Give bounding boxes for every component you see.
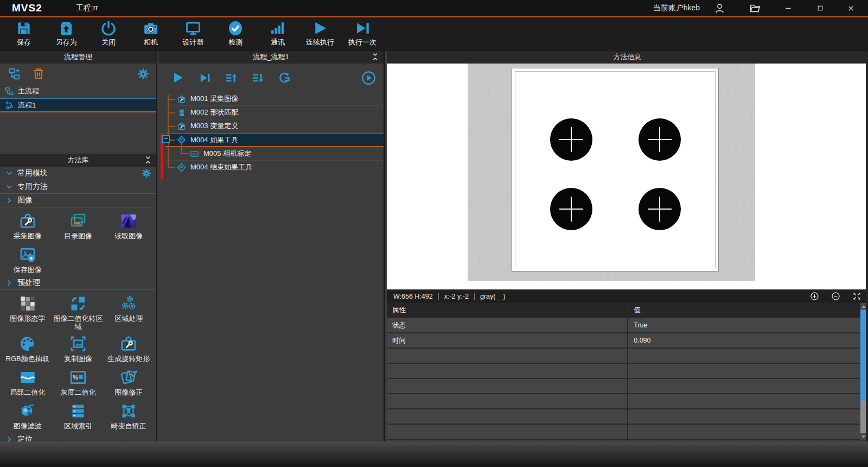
flow-step-row[interactable]: M003 变量定义: [165, 119, 384, 133]
play-once-icon[interactable]: [199, 72, 211, 84]
image-viewer[interactable]: [387, 64, 866, 289]
flow-step-row[interactable]: M001 采集图像: [165, 92, 384, 106]
property-table-row[interactable]: [387, 394, 860, 409]
flow-step-list: M001 采集图像M002 形状匹配M003 变量定义IFM004 如果工具(X…: [158, 92, 384, 174]
toolbar-button-monitor[interactable]: 设计器: [178, 20, 208, 47]
play-icon[interactable]: [171, 71, 184, 84]
value-cell: [628, 409, 860, 424]
trash-icon[interactable]: [32, 67, 45, 80]
main-toolbar: 保存另存为关闭相机设计器检测通讯连续执行执行一次: [0, 17, 868, 51]
library-tool-tile[interactable]: 图像二值化转区域: [53, 292, 103, 331]
flow-step-row[interactable]: (X)M005 相机标定: [165, 147, 384, 161]
value-cell: [628, 379, 860, 393]
toolbar-button-play-once[interactable]: 执行一次: [347, 20, 378, 47]
flow-step-row[interactable]: IFM004 如果工具: [165, 133, 384, 147]
circle-play-icon[interactable]: [361, 71, 376, 85]
flow-step-label: M002 形状匹配: [190, 108, 238, 117]
library-tool-tile[interactable]: 区域索引: [53, 399, 103, 432]
open-project-icon[interactable]: [749, 2, 761, 14]
maximize-button[interactable]: [816, 4, 824, 12]
zoom-out-icon[interactable]: [831, 292, 840, 301]
flow-tree-item[interactable]: 流程1: [0, 98, 156, 112]
library-section-header[interactable]: 图像: [0, 194, 156, 207]
library-tool-label: 图像修正: [114, 388, 143, 396]
property-table-row[interactable]: 时间0.090: [387, 333, 860, 349]
loop-list-icon[interactable]: [278, 72, 291, 84]
property-table-row[interactable]: [387, 379, 860, 394]
flow-step-row[interactable]: M002 形状匹配: [165, 106, 384, 119]
flow-editor-toolbar: [158, 64, 384, 92]
toolbar-button-signal[interactable]: 通讯: [263, 20, 293, 47]
new-flow-icon[interactable]: [7, 67, 22, 81]
library-tool-tile[interactable]: 目录图像: [53, 209, 103, 242]
monitor-icon: [185, 20, 201, 36]
flow-step-row[interactable]: IFM004 结束如果工具: [165, 161, 384, 174]
library-section-header[interactable]: 专用方法: [0, 180, 156, 194]
list-up-icon[interactable]: [225, 72, 238, 84]
property-cell: 状态: [387, 318, 628, 332]
flow-tree-item-label: 主流程: [18, 86, 39, 96]
minimize-button[interactable]: [784, 4, 793, 12]
library-tool-label: 读取图像: [114, 232, 143, 240]
window-bottom-strip: [0, 441, 868, 467]
list-down-icon[interactable]: [252, 72, 264, 84]
thumbnail-icon: [119, 212, 138, 230]
library-tool-label: 复制图像: [64, 355, 92, 363]
value-cell: [628, 349, 860, 363]
flow-manager-title: 流程管理: [64, 52, 92, 62]
property-cell: [387, 394, 628, 408]
property-table-row[interactable]: 状态True: [387, 318, 860, 333]
step-expander[interactable]: −: [162, 135, 170, 143]
toolbar-button-play[interactable]: 连续执行: [305, 20, 335, 47]
property-table-row[interactable]: [387, 409, 860, 425]
toolbar-button-check-circle[interactable]: 检测: [220, 20, 251, 47]
power-icon: [100, 20, 117, 36]
property-table-row[interactable]: [387, 364, 860, 379]
collapse-icon[interactable]: [371, 53, 379, 61]
library-tool-tile[interactable]: 采集图像: [2, 209, 53, 242]
library-tool-tile[interactable]: 畸变自矫正: [104, 399, 154, 432]
gear-icon[interactable]: [137, 68, 149, 80]
flow-step-label: M004 结束如果工具: [190, 162, 252, 172]
rotate-rect-icon: [119, 335, 138, 353]
library-tool-tile[interactable]: 读取图像: [104, 209, 154, 242]
flow-tree-item[interactable]: 主流程: [0, 84, 156, 98]
library-section-header[interactable]: 常用模块: [0, 167, 156, 180]
image-save-icon: [18, 245, 37, 264]
toolbar-button-save-as[interactable]: 另存为: [51, 20, 81, 47]
image-status-bar: W:656 H:492 x:-2 y:-2 gray( _ ): [387, 289, 868, 303]
library-tool-tile[interactable]: 局部二值化: [2, 365, 53, 398]
toolbar-button-camera[interactable]: 相机: [136, 20, 166, 47]
close-button[interactable]: [847, 4, 855, 12]
gear-icon[interactable]: [142, 168, 151, 178]
library-tool-label: 畸变自矫正: [111, 422, 146, 430]
library-tool-tile[interactable]: 图像修正: [104, 365, 154, 398]
library-section-header[interactable]: 定位: [0, 433, 156, 441]
app-logo: MVS2: [12, 2, 42, 14]
library-tool-tile[interactable]: 图像形态学: [2, 292, 53, 331]
flow-tree-item-label: 流程1: [18, 100, 36, 110]
library-tool-tile[interactable]: 区域处理: [104, 292, 154, 331]
property-table-row[interactable]: [387, 425, 860, 440]
fit-expand-icon[interactable]: [852, 292, 861, 301]
svg-text:(X): (X): [192, 153, 196, 156]
toolbar-button-save[interactable]: 保存: [9, 20, 39, 47]
collapse-icon[interactable]: [144, 156, 152, 164]
property-table-row[interactable]: [387, 349, 860, 364]
library-tool-tile[interactable]: 保存图像: [2, 243, 53, 275]
zoom-in-icon[interactable]: [810, 292, 819, 301]
user-icon[interactable]: [714, 3, 725, 14]
toolbar-button-label: 检测: [228, 37, 242, 47]
library-tool-tile[interactable]: RGB颜色抽取: [2, 332, 53, 364]
library-tool-tile[interactable]: 图像滤波: [2, 399, 53, 432]
toolbar-button-power[interactable]: 关闭: [93, 20, 124, 47]
library-tool-tile[interactable]: %灰度二值化: [53, 365, 103, 398]
chev-down-icon: [5, 182, 14, 191]
property-cell: 时间: [387, 333, 628, 348]
value-cell: 0.090: [628, 333, 860, 348]
library-section-header[interactable]: 预处理: [0, 276, 156, 290]
library-tool-tile[interactable]: 生成旋转矩形: [104, 332, 154, 364]
flow-connector-line: [168, 126, 175, 127]
library-tool-tile[interactable]: 复制图像: [53, 332, 103, 364]
account-label: 当前账户hkeb: [653, 3, 700, 13]
